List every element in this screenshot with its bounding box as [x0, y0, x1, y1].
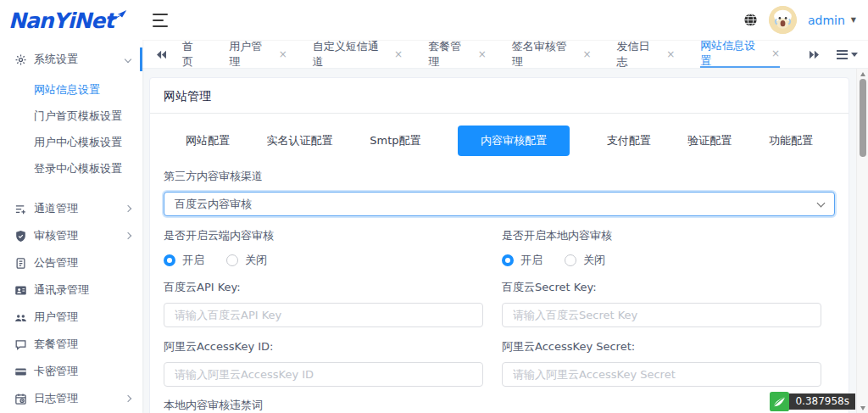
tab-content-audit-config[interactable]: 内容审核配置 [458, 126, 570, 156]
local-audit-off-radio[interactable]: 关闭 [565, 253, 605, 268]
sidebar-item-log-management[interactable]: 日志管理 [0, 385, 142, 412]
sidebar-subitem-logincenter-template[interactable]: 登录中心模板设置 [0, 155, 142, 181]
user-menu-caret-icon[interactable]: ▼ [851, 16, 856, 24]
page-load-time: 0.387958s [789, 393, 855, 410]
double-right-icon [809, 50, 820, 59]
tab-custom-sms-channel[interactable]: 自定义短信通道× [313, 41, 403, 68]
cloud-audit-off-radio[interactable]: 关闭 [226, 253, 267, 268]
gear-icon [14, 53, 27, 66]
baidu-secret-key-input[interactable] [502, 303, 821, 327]
main-content: 网站管理 网站配置 实名认证配置 Smtp配置 内容审核配置 支付配置 验证配置… [142, 69, 868, 413]
local-audit-switch-cell: 是否开启本地内容审核 开启 关闭 [502, 216, 821, 268]
tabs-bar-right-controls [805, 50, 858, 59]
sidebar-item-channel-management[interactable]: 通道管理 [0, 195, 142, 222]
channel-list-icon [14, 203, 27, 215]
page-tabs-bar: 首页 用户管理× 自定义短信通道× 套餐管理× 签名审核管理× 发信日志× 网站… [142, 41, 868, 69]
avatar[interactable] [769, 6, 797, 34]
tab-smtp-config[interactable]: Smtp配置 [370, 126, 420, 156]
close-icon[interactable]: × [478, 48, 487, 60]
cloud-audit-switch-cell: 是否开启云端内容审核 开启 关闭 [164, 216, 483, 268]
close-icon[interactable]: × [583, 48, 592, 60]
card-icon [14, 366, 27, 378]
chevron-down-icon [817, 198, 826, 207]
baidu-secret-key-cell: 百度云Secret Key: [502, 268, 821, 327]
scroll-tabs-right-button[interactable] [805, 50, 823, 59]
sidebar-item-user-management[interactable]: 用户管理 [0, 304, 142, 331]
username[interactable]: admin [808, 14, 845, 27]
scroll-up-arrow[interactable] [857, 69, 868, 79]
shield-check-icon [14, 230, 27, 243]
banned-words-label: 本地内容审核违禁词 [164, 398, 835, 413]
sidebar-item-label: 套餐管理 [34, 337, 131, 352]
sidebar-item-announcement-management[interactable]: 公告管理 [0, 249, 142, 276]
sidebar-item-audit-management[interactable]: 审核管理 [0, 222, 142, 249]
vertical-scrollbar[interactable] [856, 69, 868, 413]
sidebar-item-label: 审核管理 [34, 228, 125, 243]
double-left-icon [156, 50, 167, 59]
sidebar: 系统设置 网站信息设置 门户首页模板设置 用户中心模板设置 登录中心模板设置 通… [0, 41, 142, 413]
cloud-switch-label: 是否开启云端内容审核 [164, 228, 483, 243]
tab-realname-config[interactable]: 实名认证配置 [267, 126, 333, 156]
sidebar-item-label: 系统设置 [34, 52, 125, 67]
tab-signature-audit[interactable]: 签名审核管理× [512, 41, 592, 68]
tab-payment-config[interactable]: 支付配置 [607, 126, 651, 156]
thinkphp-debug-icon [770, 392, 789, 411]
debug-toolbar[interactable]: 0.387958s [770, 392, 855, 411]
sidebar-item-card-key-management[interactable]: 卡密管理 [0, 358, 142, 385]
logo-arrow-icon [110, 10, 127, 24]
sidebar-item-label: 日志管理 [34, 391, 125, 406]
tab-user-management[interactable]: 用户管理× [229, 41, 287, 68]
sidebar-subitem-portal-template[interactable]: 门户首页模板设置 [0, 103, 142, 129]
language-globe-icon[interactable] [743, 13, 758, 27]
tab-package-management[interactable]: 套餐管理× [428, 41, 487, 68]
sidebar-item-system-settings[interactable]: 系统设置 [0, 46, 142, 73]
avatar-image [769, 6, 797, 34]
local-audit-on-radio[interactable]: 开启 [502, 253, 542, 268]
field-label: 百度云API Key: [164, 280, 483, 295]
card-title: 网站管理 [150, 78, 849, 114]
tab-label: 自定义短信通道 [313, 39, 387, 70]
chat-bubble-icon [14, 338, 27, 351]
triangle-down-icon [860, 406, 865, 410]
caret-down-icon [851, 53, 858, 57]
chevron-down-icon [125, 56, 131, 63]
close-icon[interactable]: × [666, 48, 675, 60]
tab-site-config[interactable]: 网站配置 [186, 126, 230, 156]
tab-verification-config[interactable]: 验证配置 [687, 126, 732, 156]
brand-logo: NanYiNet [8, 8, 114, 33]
sidebar-item-contacts-management[interactable]: 通讯录管理 [0, 276, 142, 304]
scroll-tabs-left-button[interactable] [153, 50, 170, 59]
tab-label: 签名审核管理 [512, 39, 576, 70]
scroll-down-arrow[interactable] [857, 403, 868, 413]
sidebar-subitem-usercenter-template[interactable]: 用户中心模板设置 [0, 129, 142, 155]
tab-label: 套餐管理 [428, 39, 470, 70]
sidebar-item-label: 公告管理 [34, 255, 131, 271]
sidebar-item-label: 卡密管理 [34, 364, 131, 379]
sidebar-item-package-management[interactable]: 套餐管理 [0, 331, 142, 358]
scrollbar-thumb[interactable] [860, 79, 866, 157]
field-label: 阿里云AccessKey Secret: [502, 339, 821, 354]
tab-feature-config[interactable]: 功能配置 [769, 126, 813, 156]
close-icon[interactable]: × [771, 47, 780, 59]
tab-home[interactable]: 首页 [182, 41, 203, 68]
chevron-right-icon [125, 232, 131, 239]
radio-label: 开启 [182, 253, 204, 268]
sidebar-collapse-button[interactable] [153, 14, 171, 27]
tabs-menu-button[interactable] [837, 50, 858, 59]
audit-channel-select[interactable]: 百度云内容审核 [164, 192, 835, 216]
admin-console: { "brand": { "name": "NanYiNet" }, "topb… [0, 0, 868, 413]
baidu-api-key-input[interactable] [164, 303, 483, 327]
tab-send-log[interactable]: 发信日志× [617, 41, 676, 68]
aliyun-accesskey-secret-input[interactable] [502, 362, 821, 387]
tab-site-info-settings[interactable]: 网站信息设置× [700, 41, 780, 68]
sidebar-subitem-site-info[interactable]: 网站信息设置 [0, 76, 142, 103]
sidebar-item-label: 通讯录管理 [34, 282, 131, 298]
aliyun-accesskey-id-input[interactable] [164, 362, 483, 387]
radio-dot [164, 254, 175, 266]
topbar-right: admin ▼ [743, 6, 856, 34]
cloud-audit-on-radio[interactable]: 开启 [164, 253, 204, 268]
logo-area: NanYiNet [0, 0, 142, 41]
channel-label: 第三方内容审核渠道 [164, 169, 835, 184]
close-icon[interactable]: × [279, 48, 287, 60]
close-icon[interactable]: × [394, 48, 403, 60]
